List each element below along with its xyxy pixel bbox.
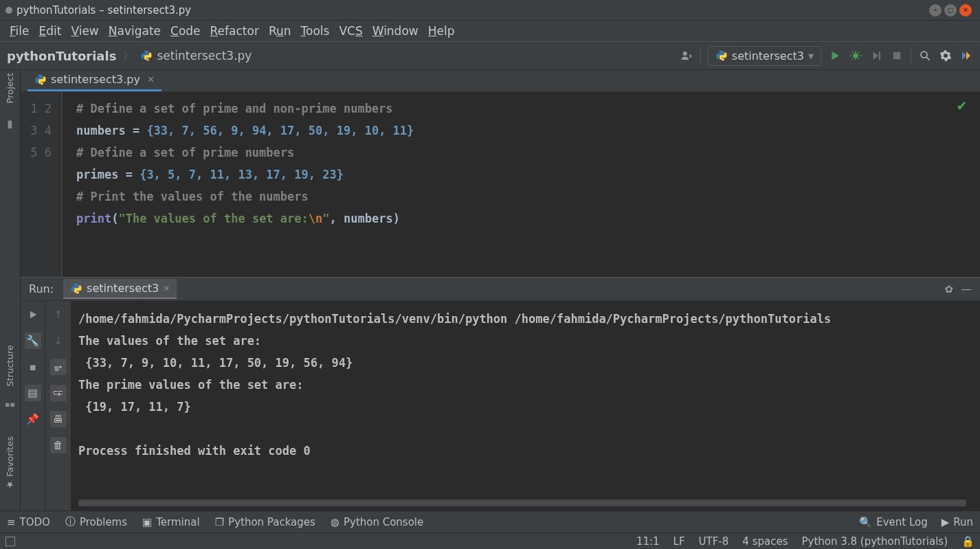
soft-wrap-button[interactable]: ⥵	[50, 359, 67, 375]
search-everywhere-button[interactable]	[918, 49, 932, 63]
horizontal-scrollbar[interactable]	[78, 500, 966, 506]
line-numbers-gutter: 1 2 3 4 5 6	[21, 92, 62, 277]
close-tab-icon[interactable]: ✕	[147, 74, 155, 85]
run-tab-active[interactable]: setintersect3 ✕	[63, 279, 177, 299]
status-caret-pos[interactable]: 11:1	[636, 535, 660, 548]
terminal-icon: ▣	[142, 516, 152, 528]
rerun-button[interactable]	[25, 306, 41, 323]
svg-rect-3	[893, 52, 901, 60]
tool-terminal[interactable]: ▣Terminal	[142, 516, 200, 528]
trash-button[interactable]: 🗑	[50, 437, 67, 453]
tool-todo[interactable]: ≡TODO	[7, 516, 50, 528]
status-interpreter[interactable]: Python 3.8 (pythonTutorials)	[801, 535, 948, 548]
menu-navigate[interactable]: Navigate	[109, 24, 161, 38]
window-close-button[interactable]: ✕	[959, 4, 972, 16]
app-icon	[5, 7, 12, 14]
python-file-icon	[34, 74, 47, 86]
run-configuration-selector[interactable]: setintersect3 ▾	[708, 46, 821, 66]
run-tool-header: Run: setintersect3 ✕ ✿ —	[21, 278, 980, 301]
sidebar-item-project[interactable]: Project	[5, 73, 15, 103]
svg-point-4	[921, 52, 927, 58]
svg-rect-2	[879, 52, 880, 60]
breadcrumb-file-label: setintersect3.py	[157, 49, 252, 63]
folder-icon[interactable]: ▮	[3, 117, 17, 131]
down-arrow-icon[interactable]: ↓	[50, 333, 67, 349]
sidebar-item-structure[interactable]: Structure	[5, 345, 15, 386]
run-console-output[interactable]: /home/fahmida/PycharmProjects/pythonTuto…	[71, 301, 980, 511]
menu-tools[interactable]: Tools	[301, 24, 330, 38]
menu-help[interactable]: Help	[428, 24, 455, 38]
python-file-icon	[70, 282, 82, 295]
toolbar-separator	[700, 47, 701, 64]
status-indent[interactable]: 4 spaces	[742, 535, 788, 548]
pin-button[interactable]: 📌	[25, 411, 41, 427]
tool-windows-toggle[interactable]	[5, 537, 15, 546]
code-editor[interactable]: ✔ 1 2 3 4 5 6 # Define a set of prime an…	[21, 92, 980, 277]
run-panel-label: Run:	[29, 282, 54, 295]
run-tool-window: Run: setintersect3 ✕ ✿ — 🔧 ▪ ▤ 📌	[21, 277, 980, 511]
status-encoding[interactable]: UTF-8	[699, 535, 729, 548]
python-icon: ◍	[331, 516, 339, 528]
run-settings-icon[interactable]: ✿	[944, 283, 953, 295]
window-maximize-button[interactable]: ◻	[944, 4, 957, 16]
structure-icon: ▪▪	[5, 400, 15, 409]
close-run-tab-icon[interactable]: ✕	[163, 284, 170, 293]
menu-window[interactable]: Window	[372, 24, 419, 38]
run-configuration-label: setintersect3	[732, 49, 804, 63]
code-content[interactable]: # Define a set of prime and non-prime nu…	[62, 92, 980, 277]
ide-features-button[interactable]	[959, 49, 973, 63]
scroll-end-button[interactable]: ⮓	[50, 385, 67, 401]
status-bar: 11:1 LF UTF-8 4 spaces Python 3.8 (pytho…	[0, 533, 980, 549]
editor-tab-active[interactable]: setintersect3.py ✕	[27, 69, 162, 91]
window-minimize-button[interactable]: –	[929, 4, 942, 16]
svg-point-1	[853, 53, 858, 58]
run-hide-icon[interactable]: —	[961, 283, 972, 295]
editor-tab-label: setintersect3.py	[51, 73, 140, 86]
menu-refactor[interactable]: Refactor	[210, 24, 259, 38]
menu-run[interactable]: Run	[269, 24, 291, 38]
tool-run[interactable]: ▶Run	[942, 516, 973, 528]
breadcrumb-file[interactable]: setintersect3.py	[140, 49, 252, 63]
up-arrow-icon[interactable]: ↑	[50, 306, 67, 323]
run-nav-column: ↑ ↓ ⥵ ⮓ 🖶 🗑	[45, 301, 71, 511]
info-icon: ⓘ	[65, 515, 76, 528]
coverage-button[interactable]	[869, 49, 883, 63]
run-actions-column: 🔧 ▪ ▤ 📌	[21, 301, 45, 511]
menu-vcs[interactable]: VCS	[339, 24, 362, 38]
left-toolwindow-bar: Project ▮ Structure ▪▪ ★ Favorites	[0, 70, 21, 511]
tool-packages[interactable]: ❒Python Packages	[215, 516, 315, 528]
stop-run-button[interactable]: ▪	[25, 359, 41, 375]
stop-button[interactable]	[890, 49, 904, 63]
breadcrumb-separator: 〉	[123, 49, 133, 63]
status-line-sep[interactable]: LF	[673, 535, 685, 548]
svg-point-0	[683, 52, 687, 56]
wrench-button[interactable]: 🔧	[25, 333, 41, 349]
user-icon[interactable]	[680, 49, 693, 63]
tool-python-console[interactable]: ◍Python Console	[331, 516, 423, 528]
titlebar: pythonTutorials – setintersect3.py – ◻ ✕	[0, 0, 980, 21]
inspection-ok-icon[interactable]: ✔	[956, 98, 968, 114]
readonly-lock-icon[interactable]: 🔒	[961, 535, 975, 548]
breadcrumb-project[interactable]: pythonTutorials	[7, 49, 116, 63]
tool-event-log[interactable]: 🔍Event Log	[859, 516, 928, 528]
menu-edit[interactable]: Edit	[38, 24, 61, 38]
bottom-toolwindow-bar: ≡TODO ⓘProblems ▣Terminal ❒Python Packag…	[0, 511, 980, 533]
tool-problems[interactable]: ⓘProblems	[65, 515, 127, 528]
python-file-icon	[140, 49, 153, 62]
menu-bar: File Edit View Navigate Code Refactor Ru…	[0, 21, 980, 41]
debug-button[interactable]	[849, 49, 862, 63]
editor-tabs: setintersect3.py ✕	[21, 70, 980, 92]
print-button[interactable]: 🖶	[50, 411, 67, 427]
settings-button[interactable]	[939, 49, 953, 63]
menu-file[interactable]: File	[10, 24, 29, 38]
menu-code[interactable]: Code	[170, 24, 201, 38]
run-button[interactable]	[828, 49, 842, 63]
menu-view[interactable]: View	[71, 24, 98, 38]
play-icon: ▶	[942, 516, 950, 528]
window-title: pythonTutorials – setintersect3.py	[16, 4, 191, 16]
run-tab-label: setintersect3	[87, 282, 159, 295]
layout-button[interactable]: ▤	[25, 385, 41, 401]
search-icon: 🔍	[859, 516, 872, 528]
sidebar-item-favorites[interactable]: ★ Favorites	[5, 436, 15, 490]
navigation-bar: pythonTutorials 〉 setintersect3.py setin…	[0, 41, 980, 70]
